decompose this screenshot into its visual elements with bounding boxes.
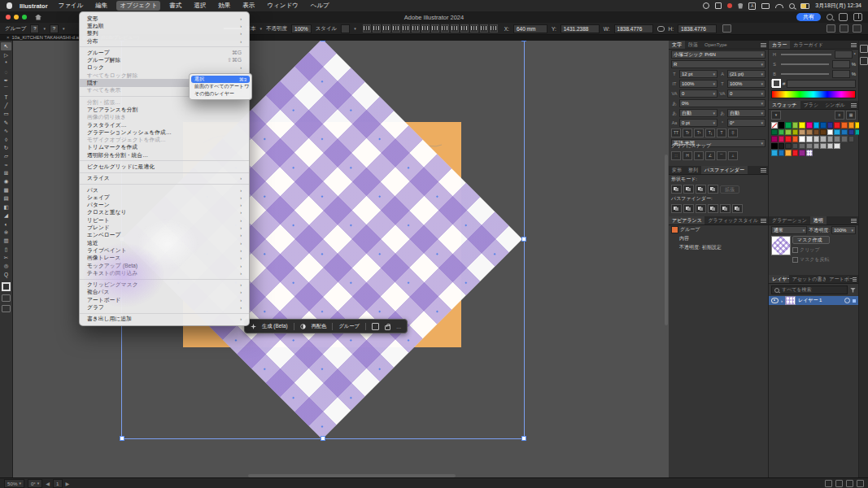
character-field[interactable]: 0%▾ (679, 99, 765, 107)
slider-track[interactable] (781, 63, 829, 65)
next-artboard-icon[interactable]: ▶ (66, 481, 70, 486)
slider-value-field[interactable] (832, 60, 850, 68)
w-field[interactable]: 1838.4776 (614, 24, 653, 33)
character-tab-段落[interactable]: 段落 (685, 41, 701, 49)
new-layer-icon[interactable] (846, 480, 853, 487)
menubar-item-編集[interactable]: 編集 (92, 1, 111, 11)
menu-item-スライス[interactable]: スライス› (80, 175, 249, 182)
character-field[interactable]: 12 pt▾ (679, 70, 718, 78)
selection-handle[interactable] (120, 436, 124, 441)
character-field[interactable]: 0▾ (679, 89, 718, 98)
group-button[interactable]: グループ (338, 323, 360, 330)
swatch[interactable] (771, 136, 778, 142)
fill-stroke-proxy[interactable] (771, 80, 781, 88)
character-field[interactable]: 0▾ (727, 89, 765, 98)
home-icon[interactable] (35, 15, 41, 20)
type-style-button-T₁[interactable]: T₁ (705, 129, 715, 137)
menubar-item-ファイル[interactable]: ファイル (55, 1, 87, 11)
pathfinder-button-2[interactable] (683, 204, 694, 213)
rotate-tool[interactable]: ↻ (1, 144, 11, 152)
slider-track[interactable] (781, 54, 831, 55)
glyph-snap-button-2[interactable]: H (683, 151, 692, 160)
swatch-libraries-icon[interactable]: ▾ (771, 111, 781, 120)
properties-panel-icon[interactable] (860, 57, 868, 65)
width-tool[interactable]: ≈ (1, 160, 11, 168)
hand-tool[interactable]: ◎ (1, 262, 11, 270)
swatch[interactable] (799, 129, 805, 136)
swatch[interactable] (820, 122, 827, 129)
menu-item-分布[interactable]: 分布› (80, 37, 249, 45)
isolate-icon[interactable] (827, 24, 835, 33)
swatch[interactable] (779, 150, 785, 156)
perspective-grid-tool[interactable]: ▦ (1, 186, 11, 194)
swatch[interactable] (813, 129, 820, 136)
font-style-select[interactable]: R▾ (671, 60, 765, 68)
zoom-window-button[interactable] (22, 15, 27, 20)
recolor-button[interactable]: 再配色 (312, 323, 327, 330)
layers-panel-menu-icon[interactable] (853, 277, 857, 281)
delete-layer-icon[interactable] (857, 480, 864, 487)
character-field[interactable]: 自動▾ (727, 109, 765, 117)
artboard-nav-field[interactable]: 1 (53, 479, 62, 488)
y-field[interactable]: 1431.2388 (560, 24, 600, 33)
pathfinder-button-1[interactable] (671, 204, 682, 213)
x-field[interactable]: 640 mm (513, 24, 547, 33)
mesh-tool[interactable]: ▤ (1, 194, 11, 203)
menu-item-透明部分を分割・統合…[interactable]: 透明部分を分割・統合… (80, 151, 249, 159)
layers-tab-レイヤー[interactable]: レイヤー (769, 275, 789, 283)
align-button-2[interactable] (373, 24, 381, 33)
shape-mode-button-3[interactable] (696, 185, 706, 194)
fill-color-chip[interactable]: ? (30, 24, 39, 33)
swatch[interactable] (806, 129, 813, 136)
menu-item-複合パス[interactable]: 複合パス› (80, 289, 249, 296)
swatch[interactable] (806, 136, 813, 142)
menubar-item-書式[interactable]: 書式 (166, 1, 185, 11)
list-view-icon[interactable]: ≡ (835, 111, 844, 120)
menu-item-画像トレース[interactable]: 画像トレース› (80, 255, 249, 262)
pathfinder-button-5[interactable] (720, 204, 731, 213)
submenu-item-選択[interactable]: 選択⌘3 (191, 76, 250, 83)
opacity-select[interactable]: 100%▾ (831, 226, 856, 234)
swatch[interactable] (771, 150, 778, 156)
align-button-10[interactable] (451, 24, 459, 33)
swatch[interactable] (792, 129, 799, 136)
shield-icon[interactable] (738, 3, 743, 9)
prev-artboard-icon[interactable]: ◀ (46, 481, 50, 486)
character-field[interactable]: 100%▾ (727, 80, 765, 88)
zoom-tool[interactable]: Q (1, 271, 11, 279)
slider-value-field[interactable] (832, 70, 850, 78)
menu-item-グループ解除[interactable]: グループ解除⇧⌘G (80, 56, 249, 63)
share-button[interactable]: 共有 (796, 13, 821, 21)
character-tab-OpenType[interactable]: OpenType (701, 41, 731, 49)
curvature-tool[interactable]: ⌒ (1, 85, 11, 93)
submenu-item-その他のレイヤー[interactable]: その他のレイヤー (191, 90, 250, 98)
rotation-select[interactable]: 0°▾ (28, 479, 42, 488)
menu-item-遠近[interactable]: 遠近› (80, 239, 249, 246)
menu-item-グラデーションメッシュを作成…[interactable]: グラデーションメッシュを作成… (80, 129, 249, 136)
paintbrush-tool[interactable]: ✎ (1, 119, 11, 127)
appearance-row-1[interactable]: グループ (669, 225, 768, 234)
swatch[interactable] (820, 136, 827, 142)
layers-tab-アートボード[interactable]: アートボード (826, 275, 853, 283)
apple-menu-icon[interactable] (7, 2, 12, 9)
spotlight-icon[interactable] (789, 3, 795, 9)
appearance-row-3[interactable]: 不透明度:初期設定 (669, 243, 768, 252)
selection-handle[interactable] (521, 237, 526, 242)
transform-options-icon[interactable] (722, 24, 731, 33)
character-field[interactable]: (21 pt)▾ (727, 70, 765, 78)
appearance-tab-グラフィックスタイル[interactable]: グラフィックスタイル (704, 216, 761, 224)
more-icon[interactable]: … (396, 324, 401, 329)
close-window-button[interactable] (6, 15, 11, 20)
menubar-item-ウィンドウ[interactable]: ウィンドウ (264, 1, 301, 11)
glyph-snap-button-1[interactable]: ∷ (671, 151, 681, 160)
menubar-clock[interactable]: 3月18日(月) 12:34 (815, 2, 861, 10)
menu-item-リピート[interactable]: リピート› (80, 216, 249, 224)
workspace-layout-icon[interactable] (853, 13, 862, 21)
selection-handle[interactable] (321, 436, 325, 441)
transparency-tab-グラデーション[interactable]: グラデーション (769, 216, 810, 224)
swatch[interactable] (827, 136, 834, 142)
align-button-3[interactable] (382, 24, 390, 33)
display-icon[interactable] (703, 2, 709, 9)
align-button-8[interactable] (431, 24, 439, 33)
libraries-panel-icon[interactable] (860, 45, 868, 53)
